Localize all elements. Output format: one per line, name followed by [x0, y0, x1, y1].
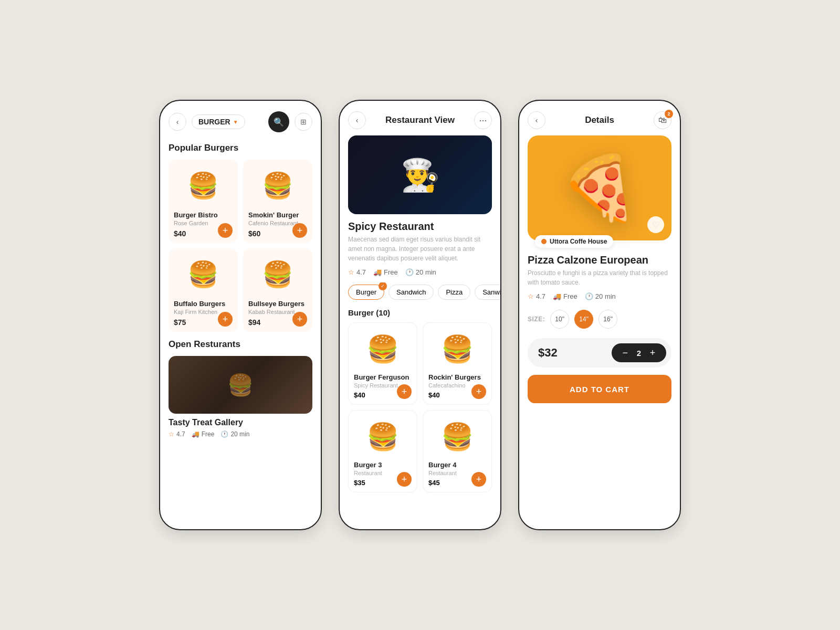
decrease-qty-button[interactable]: − [619, 346, 632, 359]
burger-name-2: Smokin' Burger [248, 211, 307, 219]
p3-back-icon: ‹ [536, 116, 538, 124]
p2-name-4: Burger 4 [428, 461, 486, 469]
p3-back-button[interactable]: ‹ [528, 111, 545, 129]
pizza-meta: ☆ 4.7 🚚 Free 🕐 20 min [519, 292, 680, 308]
rating-value: 4.7 [176, 430, 185, 438]
cafe-name: Uttora Coffe House [550, 238, 607, 245]
p2-card-2: 🍔 Rockin' Burgers Cafecafachino $40 + [423, 322, 492, 405]
tab-pizza-label: Pizza [446, 288, 463, 296]
time-item: 🕐 20 min [220, 430, 249, 438]
burger-card-2: 🍔 Smokin' Burger Cafenio Restaurant $60 … [243, 160, 312, 243]
phone-1: ‹ BURGER ▼ 🔍 ⊞ Popular Burgers 🍔 Burge [159, 100, 322, 530]
spicy-delivery: 🚚 Free [373, 268, 398, 276]
increase-qty-button[interactable]: + [646, 346, 659, 359]
star-icon: ☆ [169, 430, 174, 438]
add-to-cart-button[interactable]: ADD TO CART [528, 375, 671, 403]
hero-content: 👨‍🍳 [401, 156, 440, 194]
tab-sandwich-label: Sandwich [396, 288, 426, 296]
p2-img-3: 🍔 [354, 416, 412, 458]
more-icon: ··· [479, 115, 487, 126]
add-burger-3-button[interactable]: + [218, 312, 233, 327]
pizza-description: Prosciutto e funghi is a pizza variety t… [519, 268, 680, 292]
filter-icon: ⊞ [300, 118, 307, 126]
back-button[interactable]: ‹ [169, 113, 186, 131]
pizza-delivery-value: Free [563, 292, 578, 300]
spicy-star-icon: ☆ [348, 268, 354, 276]
p2-name-2: Rockin' Burgers [428, 373, 486, 381]
restaurant-hero-image: 👨‍🍳 [348, 135, 492, 214]
tab-burger-label: Burger [356, 288, 376, 296]
burger-card-4: 🍔 Bullseye Burgers Kabab Restaurant $94 … [243, 248, 312, 332]
more-options-button[interactable]: ··· [474, 111, 492, 129]
burger-img-1: 🍔 [174, 165, 233, 207]
size-14-button[interactable]: 14" [574, 310, 593, 329]
open-restaurants-section: Open Resturants 🍔 Tasty Treat Gallery ☆ … [160, 334, 321, 443]
search-icon: 🔍 [274, 117, 284, 127]
pizza-rating-value: 4.7 [536, 292, 545, 300]
category-label: BURGER [198, 118, 230, 126]
add-burger-1-button[interactable]: + [218, 223, 233, 238]
restaurant-bg: 🍔 [169, 356, 312, 414]
p2-img-4: 🍔 [428, 416, 486, 458]
p2-back-icon: ‹ [356, 116, 359, 124]
p2-back-button[interactable]: ‹ [348, 111, 366, 129]
rating-item: ☆ 4.7 [169, 430, 185, 438]
add-burger-2-button[interactable]: + [292, 223, 307, 238]
size-label: SIZE: [528, 316, 545, 323]
check-icon: ✓ [379, 282, 387, 290]
tab-pizza[interactable]: Pizza [438, 285, 470, 300]
p2-name-1: Burger Ferguson [354, 373, 412, 381]
quantity-control: − 2 + [612, 343, 666, 362]
pizza-delivery: 🚚 Free [553, 292, 578, 300]
p2-page-title: Restaurant View [371, 115, 469, 125]
spicy-clock-icon: 🕐 [405, 268, 414, 276]
add-p2-1-button[interactable]: + [397, 384, 412, 399]
price-display: $32 [538, 346, 612, 360]
quantity-value: 2 [632, 349, 646, 358]
pizza-rating: ☆ 4.7 [528, 292, 545, 300]
spicy-rating: ☆ 4.7 [348, 268, 366, 276]
tab-sanwi[interactable]: Sanwi... [475, 285, 500, 300]
burger-card-1: 🍔 Burger Bistro Rose Garden $40 + [169, 160, 238, 243]
spicy-restaurant-desc: Maecenas sed diam eget risus varius blan… [340, 235, 500, 268]
pizza-image: 🍕 [560, 151, 639, 225]
add-p2-3-button[interactable]: + [397, 472, 412, 487]
filter-button[interactable]: ⊞ [295, 113, 312, 131]
price-qty-row: $32 − 2 + [528, 338, 671, 368]
pizza-hero: 🍕 ♡ Uttora Coffe House [528, 135, 671, 240]
size-14-label: 14" [579, 316, 589, 323]
cart-button[interactable]: 🛍 2 [654, 111, 671, 129]
pizza-truck-icon: 🚚 [553, 292, 561, 300]
tab-sanwi-label: Sanwi... [482, 288, 500, 296]
restaurant-meta: ☆ 4.7 🚚 Free 🕐 20 min [169, 429, 312, 443]
burger-name-1: Burger Bistro [174, 211, 233, 219]
phone-3: ‹ Details 🛍 2 🍕 ♡ Uttora Coffe House [518, 100, 681, 530]
spicy-restaurant-name: Spicy Restaurant [340, 214, 500, 235]
tab-sandwich[interactable]: Sandwich [388, 285, 434, 300]
spicy-time-value: 20 min [416, 268, 436, 276]
time-value: 20 min [230, 430, 249, 438]
search-button[interactable]: 🔍 [268, 111, 289, 132]
category-dropdown[interactable]: BURGER ▼ [192, 114, 245, 129]
spicy-time: 🕐 20 min [405, 268, 436, 276]
size-10-button[interactable]: 10" [550, 310, 569, 329]
add-p2-2-button[interactable]: + [471, 384, 486, 399]
phone-2: ‹ Restaurant View ··· 👨‍🍳 Spicy Restaura… [339, 100, 501, 530]
burger-name-3: Buffalo Burgers [174, 300, 233, 308]
size-10-label: 10" [555, 316, 564, 323]
add-p2-4-button[interactable]: + [471, 472, 486, 487]
favorite-button[interactable]: ♡ [647, 216, 664, 233]
burger-img-4: 🍔 [248, 254, 307, 296]
phones-container: ‹ BURGER ▼ 🔍 ⊞ Popular Burgers 🍔 Burge [159, 100, 681, 530]
add-burger-4-button[interactable]: + [292, 312, 307, 327]
pizza-star-icon: ☆ [528, 292, 534, 300]
p1-header: ‹ BURGER ▼ 🔍 ⊞ [160, 101, 321, 139]
size-16-button[interactable]: 16" [598, 310, 617, 329]
heart-icon: ♡ [652, 220, 659, 230]
spicy-truck-icon: 🚚 [373, 268, 382, 276]
tab-burger[interactable]: ✓ Burger [348, 285, 384, 300]
p2-card-3: 🍔 Burger 3 Restaurant $35 + [348, 410, 417, 492]
pizza-time-value: 20 min [595, 292, 616, 300]
delivery-item: 🚚 Free [192, 430, 215, 438]
delivery-value: Free [202, 430, 215, 438]
